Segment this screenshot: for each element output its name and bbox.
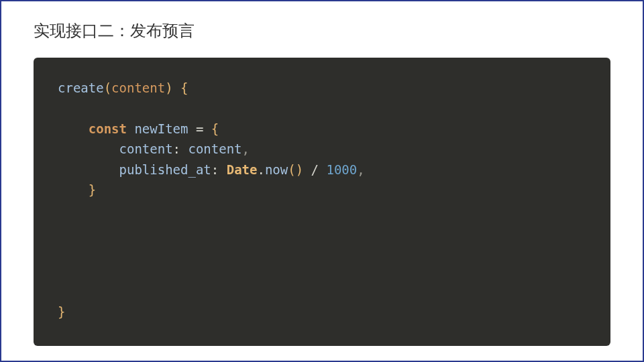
code-indent	[58, 162, 119, 177]
code-token-op: =	[196, 121, 203, 136]
code-token-brace: {	[173, 80, 189, 95]
code-token-op: /	[303, 162, 326, 177]
code-token-paren: (	[104, 80, 111, 95]
code-token-colon: :	[211, 162, 227, 177]
code-token-parens: ()	[288, 162, 303, 177]
code-token-prop: content	[119, 141, 173, 156]
code-indent	[58, 182, 89, 197]
code-token-keyword: const	[89, 121, 127, 136]
slide-container: 实现接口二：发布预言 create(content) { const newIt…	[1, 1, 643, 361]
code-token-fn: create	[58, 80, 104, 95]
code-token-method: now	[265, 162, 288, 177]
code-indent	[58, 141, 119, 156]
code-token-param: content	[111, 80, 165, 95]
code-token-dot: .	[257, 162, 264, 177]
code-token-brace: }	[58, 304, 65, 319]
code-token-prop: published_at	[119, 162, 211, 177]
code-token-brace: {	[203, 121, 219, 136]
code-token-num: 1000	[326, 162, 357, 177]
code-token-class: Date	[227, 162, 258, 177]
code-block: create(content) { const newItem = { cont…	[34, 58, 610, 346]
code-token-paren: )	[165, 80, 172, 95]
code-token-colon: :	[173, 141, 189, 156]
code-token-comma: ,	[242, 141, 250, 156]
code-token-brace: }	[89, 182, 96, 197]
code-token-val: content	[188, 141, 241, 156]
slide-title: 实现接口二：发布预言	[34, 20, 610, 42]
code-token-comma: ,	[357, 162, 364, 177]
code-token-var: newItem	[127, 121, 196, 136]
code-indent	[58, 121, 89, 136]
